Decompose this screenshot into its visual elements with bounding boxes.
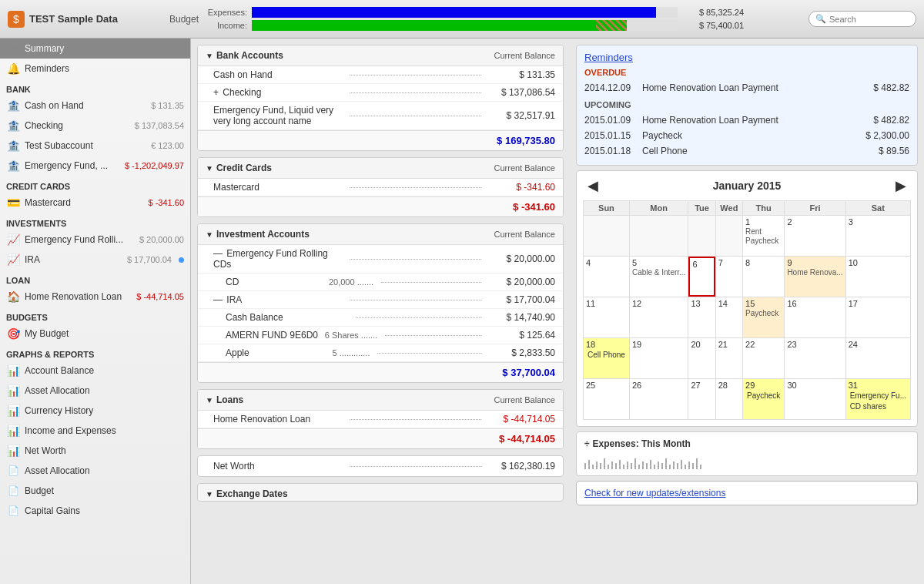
cal-cell-7[interactable]: 7 <box>716 257 742 297</box>
cal-cell-31[interactable]: 31 Emergency Fu... CD shares <box>846 379 910 419</box>
dots <box>350 300 481 300</box>
loans-card: ▼ Loans Current Balance Home Renovation … <box>197 389 564 449</box>
sidebar-item-net-worth[interactable]: 📊 Net Worth <box>0 441 190 461</box>
sidebar-item-asset-allocation[interactable]: 📊 Asset Allocation <box>0 381 190 401</box>
cal-cell-empty2 <box>630 216 688 256</box>
sidebar-item-currency-history[interactable]: 📊 Currency History <box>0 401 190 421</box>
mastercard-row-name: Mastercard <box>213 182 345 193</box>
cal-cell-3[interactable]: 3 <box>846 216 910 256</box>
dots <box>350 187 481 188</box>
upcoming-amount-3: $ 89.56 <box>852 146 909 156</box>
reminders-title[interactable]: Reminders <box>584 52 909 63</box>
apple-extra: 5 ............. <box>333 348 370 357</box>
cal-cell-27[interactable]: 27 <box>688 379 715 419</box>
cal-cell-26[interactable]: 26 <box>630 379 688 419</box>
cal-cell-13[interactable]: 13 <box>688 297 715 337</box>
sidebar-item-income-expenses[interactable]: 📊 Income and Expenses <box>0 421 190 441</box>
cal-cell-21[interactable]: 21 <box>716 338 742 378</box>
chevron-down-icon-cc: ▼ <box>206 164 213 173</box>
sidebar-item-summary[interactable]: ▦ Summary <box>0 39 190 59</box>
cal-cell-10[interactable]: 10 <box>846 257 910 297</box>
cal-cell-25[interactable]: 25 <box>584 379 629 419</box>
sidebar-item-cash-on-hand[interactable]: 🏦 Cash on Hand $ 131.35 <box>0 96 190 116</box>
sidebar-item-mybudget[interactable]: 🎯 My Budget <box>0 324 190 344</box>
cal-cell-28[interactable]: 28 <box>716 379 742 419</box>
mastercard-amount: $ -341.60 <box>149 198 184 207</box>
inv-cd-name: CD <box>213 277 326 287</box>
cal-cell-6[interactable]: 6 <box>688 257 715 297</box>
sidebar-section-budgets: BUDGETS <box>0 310 190 324</box>
inv-emfund-amount: $ 20,000.00 <box>486 253 555 264</box>
cal-cell-4[interactable]: 4 <box>584 257 629 297</box>
calendar-prev-button[interactable]: ◀ <box>583 177 603 194</box>
cal-cell-15[interactable]: 15 Paycheck <box>743 297 784 337</box>
upcoming-row-3: 2015.01.18 Cell Phone $ 89.56 <box>584 143 909 159</box>
emergency-amount: $ -1,202,049.97 <box>125 161 184 170</box>
sidebar-item-emfund-rolling[interactable]: 📈 Emergency Fund Rolli... $ 20,000.00 <box>0 230 190 250</box>
tick <box>623 465 624 469</box>
sidebar-item-doc-asset[interactable]: 📄 Asset Allocation <box>0 461 190 481</box>
graph-icon-ab: 📊 <box>6 364 20 378</box>
loan-row-name: Home Renovation Loan <box>213 414 345 425</box>
sidebar-item-checking[interactable]: 🏦 Checking $ 137,083.54 <box>0 116 190 136</box>
loans-title: ▼ Loans <box>206 394 243 405</box>
sidebar-item-doc-capital[interactable]: 📄 Capital Gains <box>0 501 190 521</box>
sidebar-item-subaccount[interactable]: 🏦 Test Subaccount € 123.00 <box>0 136 190 156</box>
exchange-title: ▼ Exchange Dates <box>206 488 288 499</box>
cal-cell-1[interactable]: 1 Rent Paycheck <box>743 216 784 256</box>
search-icon: 🔍 <box>815 14 826 24</box>
mastercard-row-amount: $ -341.60 <box>486 182 555 193</box>
search-input[interactable] <box>829 15 906 24</box>
cal-cell-29[interactable]: 29 Paycheck <box>743 379 784 419</box>
upcoming-label: UPCOMING <box>584 100 909 109</box>
expenses-label: Expenses: <box>205 8 247 17</box>
cal-cell-12[interactable]: 12 <box>630 297 688 337</box>
loans-total-amount: $ -44,714.05 <box>499 433 555 445</box>
sidebar-item-ira[interactable]: 📈 IRA $ 17,700.04 <box>0 250 190 270</box>
cal-cell-11[interactable]: 11 <box>584 297 629 337</box>
credit-cards-title: ▼ Credit Cards <box>206 163 272 173</box>
cal-cell-30[interactable]: 30 <box>785 379 845 419</box>
investment-title: ▼ Investment Accounts <box>206 229 310 240</box>
cal-cell-14[interactable]: 14 <box>716 297 742 337</box>
bank-accounts-title: ▼ Bank Accounts <box>206 50 283 61</box>
cal-cell-20[interactable]: 20 <box>688 338 715 378</box>
chevron-down-icon-ex: ▼ <box>206 490 213 498</box>
sidebar-item-emergency[interactable]: 🏦 Emergency Fund, ... $ -1,202,049.97 <box>0 156 190 176</box>
cal-cell-8[interactable]: 8 <box>743 257 784 297</box>
tick <box>642 461 644 469</box>
sidebar-item-home-loan[interactable]: 🏠 Home Renovation Loan $ -44,714.05 <box>0 287 190 307</box>
cal-cell-9[interactable]: 9 Home Renova... <box>785 257 845 297</box>
cal-cell-22[interactable]: 22 <box>743 338 784 378</box>
cal-cell-23[interactable]: 23 <box>785 338 845 378</box>
inv-ira-name: — IRA <box>213 294 345 305</box>
loan-row-amount: $ -44,714.05 <box>486 414 555 425</box>
calendar-next-button[interactable]: ▶ <box>891 177 911 194</box>
sidebar-item-account-balance[interactable]: 📊 Account Balance <box>0 361 190 381</box>
net-worth-card: Net Worth $ 162,380.19 <box>197 455 564 477</box>
app-title: TEST Sample Data <box>29 13 118 25</box>
exchange-dates-card: ▼ Exchange Dates <box>197 483 564 502</box>
check-updates-link[interactable]: Check for new updates/extensions <box>584 488 725 498</box>
calendar-header: ◀ January 2015 ▶ <box>583 177 911 194</box>
sidebar-item-mastercard[interactable]: 💳 Mastercard $ -341.60 <box>0 193 190 213</box>
sidebar-item-doc-budget[interactable]: 📄 Budget <box>0 481 190 501</box>
dow-sun: Sun <box>584 201 629 215</box>
cal-cell-5[interactable]: 5 Cable & Interr... <box>630 257 688 297</box>
cal-cell-18[interactable]: 18 Cell Phone <box>584 338 629 378</box>
tick <box>611 461 613 469</box>
doc-budget-label: Budget <box>25 485 184 496</box>
cal-cell-19[interactable]: 19 <box>630 338 688 378</box>
tick <box>661 463 663 469</box>
search-box[interactable]: 🔍 <box>808 11 916 27</box>
cal-cell-24[interactable]: 24 <box>846 338 910 378</box>
cal-cell-2[interactable]: 2 <box>785 216 845 256</box>
credit-cards-header: ▼ Credit Cards Current Balance <box>198 158 563 179</box>
tick <box>654 465 655 469</box>
sidebar-item-reminders[interactable]: 🔔 Reminders <box>0 59 190 79</box>
calendar-grid: Sun Mon Tue Wed Thu Fri Sat 1 Rent Paych… <box>583 200 911 420</box>
cal-cell-17[interactable]: 17 <box>846 297 910 337</box>
toolbar: $ TEST Sample Data Budget Expenses: $ 85… <box>0 0 924 39</box>
cal-cell-16[interactable]: 16 <box>785 297 845 337</box>
tick <box>600 463 601 469</box>
